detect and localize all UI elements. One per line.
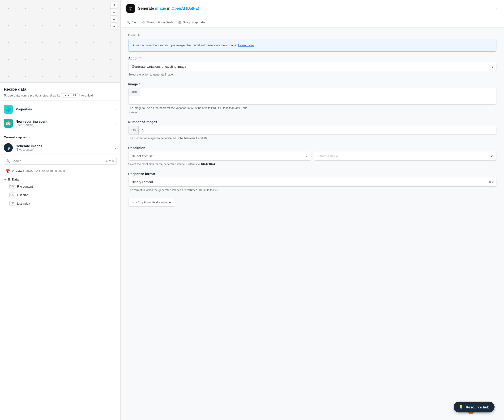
123-icon-1: 123 [9,192,15,197]
plus-icon: + [132,201,134,204]
num-images-field: Number of images 123 The number of image… [128,120,497,140]
response-format-clear-button[interactable]: × [489,180,491,184]
action-select[interactable]: Generate variations of existing image × … [128,62,497,71]
response-format-hint: The format in which the generated images… [128,188,497,192]
search-bar: 🔍 ∧ ∨ × [4,157,117,165]
tree-item-list-size[interactable]: 123 List size [0,191,120,199]
resolution-label: Resolution [128,146,497,150]
image-input-field[interactable]: ABC [128,88,497,105]
response-format-field: Response format Binary content × ∨ The f… [128,172,497,192]
action-hint: Select the action to generate image [128,72,497,77]
resolution-value-placeholder: Select a value [318,154,489,158]
find-button[interactable]: 🔍 Find [126,20,138,25]
app-icon: ◎ [126,4,135,13]
recipe-items: 🌐 Properties › 📅 New recurring event (St… [0,100,120,132]
image-input[interactable] [140,88,496,93]
num-images-input[interactable] [139,126,496,134]
action-dropdown-button[interactable]: ∨ [492,65,494,68]
toolbar: 🔍 Find ◎ Show optional fields ▦ Group ma… [121,17,504,28]
action-clear-button[interactable]: × [489,64,491,69]
resolution-dropdown-icon: ∨ [305,154,307,158]
resolution-value-dropdown-icon: ∨ [491,154,493,158]
current-step-header: Current step output [0,132,120,141]
resource-hub-icon: 💡 [459,405,463,409]
123-icon-2: 123 [9,201,15,206]
required-star-action: * [140,56,141,60]
resource-hub-button[interactable]: 💡 Resource hub [454,402,495,413]
image-prefix: ABC [128,88,140,96]
num-images-label: Number of images [128,120,497,124]
image-label: Image * [128,82,497,86]
search-prev-button[interactable]: ∧ [106,159,108,163]
num-images-prefix: 123 [128,126,139,134]
chevron-right-icon: › [115,107,117,111]
recipe-item-new-event[interactable]: 📅 New recurring event (Step 1 output) › [0,116,120,130]
search-clear-button[interactable]: × [112,159,114,163]
undo-button[interactable]: ↺ [111,2,117,8]
list-size-label: List size [17,193,28,197]
recipe-header: Recipe data To use data from a previous … [0,83,120,100]
help-toggle[interactable]: HELP ∧ [128,33,497,37]
resolution-select-label: Select from list [132,154,303,158]
modal-header: ◎ Generate image in OpenAI (Dall-E) × [121,0,504,17]
close-button[interactable]: × [496,6,498,11]
search-input[interactable] [12,159,104,163]
search-icon: 🔍 [6,159,10,163]
find-icon: 🔍 [126,21,130,24]
recipe-item-properties[interactable]: 🌐 Properties › [0,102,120,116]
show-optional-fields-button[interactable]: ◎ Show optional fields [142,20,174,25]
learn-more-link[interactable]: Learn more [238,43,254,47]
move-button[interactable]: ⊹ [111,23,117,30]
help-section: HELP ∧ Given a prompt and/or an input im… [128,33,497,52]
response-format-select[interactable]: Binary content × ∨ [128,178,497,187]
response-format-label: Response format [128,172,497,176]
recipe-title: Recipe data [4,87,117,92]
action-value: Generate variations of existing image [128,62,486,71]
action-field: Action * Generate variations of existing… [128,56,497,77]
list-icon: ☰ [8,178,11,181]
expand-icon: ▼ [4,178,6,181]
zoom-out-button[interactable]: − [111,16,117,23]
right-panel: ◎ Generate image in OpenAI (Dall-E) × 🔍 … [120,0,504,420]
group-icon: ▦ [178,21,181,24]
chevron-down-icon: ∨ [114,146,117,150]
properties-icon: 🌐 [4,105,13,114]
file-content-label: File content [17,185,33,188]
modal-title: Generate image in OpenAI (Dall-E) [138,6,493,11]
required-star-image: * [139,82,140,86]
list-index-label: List index [17,202,30,205]
new-event-name: New recurring event [16,120,113,123]
image-field: Image * ABC The image to use as the basi… [128,82,497,114]
step-icon: ◎ [4,143,13,152]
new-event-icon: 📅 [4,119,13,128]
group-map-data-button[interactable]: ▦ Group map data [178,20,205,25]
optional-fields-icon: ◎ [142,21,145,24]
canvas-area: ↺ + − ⊹ Recipe data To use data from a p… [0,0,120,420]
created-label: Created [12,169,24,173]
current-step-item[interactable]: ◎ Generate images (Step 2 output) ∨ [0,141,120,155]
calendar-icon: 📅 [6,169,10,173]
resolution-value-select[interactable]: Select a value ∨ [314,152,497,161]
step-name: Generate images [16,144,111,148]
recipe-subtitle: To use data from a previous step, drag i… [4,93,117,98]
tree-item-file-content[interactable]: ABC File content [0,182,120,191]
canvas-controls: ↺ + − ⊹ [111,2,117,30]
optional-field-button[interactable]: + + 1 optional field available [128,198,175,207]
created-value: 2020-05-14T10:46:18.000-07:00 [25,170,66,173]
response-format-dropdown-button[interactable]: ∨ [492,180,494,184]
tree-item-list-index[interactable]: 123 List index [0,199,120,208]
image-hint: The image to use as the basis for the va… [128,106,497,114]
search-next-button[interactable]: ∨ [109,159,111,163]
resource-hub-label: Resource hub [466,405,489,409]
action-label: Action * [128,56,497,60]
response-format-value: Binary content [128,178,486,187]
datapill: datapill [61,93,78,98]
zoom-in-button[interactable]: + [111,9,117,16]
content-area: HELP ∧ Given a prompt and/or an input im… [121,28,504,420]
recipe-panel: Recipe data To use data from a previous … [0,82,120,420]
resolution-hint: Select the resolution for the generated … [128,162,497,166]
resolution-select-list[interactable]: Select from list ∨ [128,152,311,161]
data-section[interactable]: ▼ ☰ Data [0,175,120,182]
data-section-label: Data [12,178,19,181]
step-sub: (Step 2 output) [16,148,111,151]
